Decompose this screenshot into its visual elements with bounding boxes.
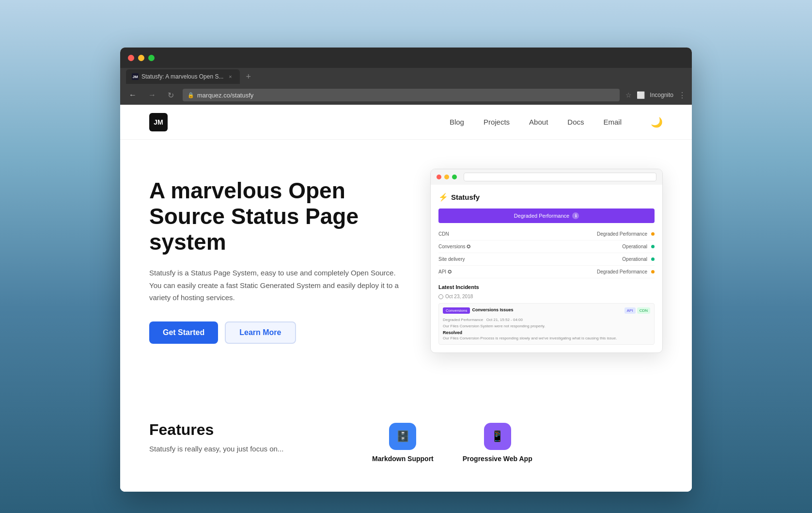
traffic-light-green[interactable] [148,55,155,61]
pwa-icon-symbol: 📱 [491,430,504,443]
nav-link-blog[interactable]: Blog [450,118,464,126]
mock-timestamp: Oct 21, 15:52 - 04:00 [486,318,523,322]
address-text: marquez.co/statusfy [197,92,253,99]
navbar: JM Blog Projects About Docs Email 🌙 [120,105,692,140]
incognito-label: Incognito [650,92,673,98]
nav-link-about[interactable]: About [529,118,548,126]
reload-button[interactable]: ↻ [165,89,177,102]
markdown-label: Markdown Support [372,455,434,463]
markdown-icon: 🗄️ [389,423,416,450]
hero-buttons: Get Started Learn More [149,321,401,344]
browser-menu-button[interactable]: ⋮ [678,91,686,100]
nav-link-docs[interactable]: Docs [567,118,584,126]
mock-tag-cdn: CDN [637,307,650,314]
back-button[interactable]: ← [126,89,140,101]
traffic-light-red[interactable] [128,55,134,61]
lock-icon: 🔒 [187,92,194,98]
hero-description: Statusfy is a Status Page System, easy t… [149,267,401,304]
get-started-button[interactable]: Get Started [149,321,218,344]
mock-row-status: Degraded Performance [597,231,655,237]
mock-row-site-delivery: Site delivery Operational [438,253,655,266]
tab-title: Statusfy: A marvelous Open S... [141,73,223,80]
mock-row-status-text: Operational [622,256,647,262]
mock-type-tags: API CDN [625,307,650,314]
app-mockup: ⚡ Statusfy Degraded Performance ℹ CDN De… [430,169,663,353]
mock-row-label: API ✪ [438,269,452,274]
browser-tab[interactable]: JM Statusfy: A marvelous Open S... × [126,69,240,84]
nav-link-projects[interactable]: Projects [484,118,510,126]
mock-row-label: Conversions ✪ [438,244,470,249]
features-description: Statusfy is really easy, you just focus … [149,445,333,453]
mock-dot-operational [651,245,655,248]
nav-link-email[interactable]: Email [603,118,622,126]
address-bar[interactable]: 🔒 marquez.co/statusfy [183,89,620,101]
dark-mode-button[interactable]: 🌙 [651,116,663,128]
mock-info-icon: ℹ [572,212,579,219]
mock-incident-card: Conversions Conversions Issues API CDN [438,303,655,345]
mock-row-status: Degraded Performance [597,269,655,274]
mock-incident-title: Conversions Issues [472,307,513,314]
mock-incident-date: Oct 23, 2018 [438,294,655,299]
mock-circle-icon [438,294,443,299]
mock-row-status: Operational [622,256,655,262]
markdown-icon-symbol: 🗄️ [396,430,409,443]
traffic-light-yellow[interactable] [138,55,144,61]
mock-row-label: CDN [438,231,449,237]
pwa-label: Progressive Web App [463,455,532,463]
learn-more-button[interactable]: Learn More [225,321,296,344]
mock-incident-header: Conversions Conversions Issues API CDN [443,307,650,316]
mock-bolt-icon: ⚡ [438,192,448,202]
browser-tab-bar: JM Statusfy: A marvelous Open S... × + [120,68,692,85]
feature-item-markdown: 🗄️ Markdown Support [372,423,434,463]
page-content: JM Blog Projects About Docs Email 🌙 A ma… [120,105,692,492]
mock-row-status-text: Operational [622,244,647,249]
mock-logo-row: ⚡ Statusfy [438,192,655,202]
mockup-titlebar [431,169,662,185]
bookmark-icon[interactable]: ☆ [625,91,632,99]
mock-row-label: Site delivery [438,256,465,262]
features-items: 🗄️ Markdown Support 📱 Progressive Web Ap… [372,421,532,463]
mock-status-text: Degraded Performance [514,213,569,219]
features-section: Features Statusfy is really easy, you ju… [120,392,692,492]
mock-row-cdn: CDN Degraded Performance [438,228,655,240]
mock-dot-operational-2 [651,257,655,261]
mock-brand-name: Statusfy [451,193,480,201]
mock-row-conversions: Conversions ✪ Operational [438,240,655,253]
new-tab-button[interactable]: + [244,70,253,84]
pwa-icon: 📱 [484,423,511,450]
mock-incident-desc: Our Files Conversion System were not res… [443,324,650,328]
tab-close-button[interactable]: × [226,73,234,80]
mockup-body: ⚡ Statusfy Degraded Performance ℹ CDN De… [431,185,662,353]
mock-incidents-title: Latest Incidents [438,284,655,290]
mock-dot-degraded-2 [651,270,655,273]
browser-actions: ☆ ⬜ Incognito ⋮ [625,91,686,100]
mock-traffic-red [437,175,441,179]
forward-button[interactable]: → [145,89,159,101]
mock-tag-conversions: Conversions [443,307,470,314]
features-text: Features Statusfy is really easy, you ju… [149,421,333,453]
mock-date-text: Oct 23, 2018 [445,294,473,299]
hero-content: A marvelous Open Source Status Page syst… [149,178,401,343]
mock-resolved-label: Resolved [443,330,650,335]
browser-titlebar [120,48,692,68]
features-title: Features [149,421,333,439]
mock-traffic-green [452,175,457,179]
feature-item-pwa: 📱 Progressive Web App [463,423,532,463]
browser-addressbar: ← → ↻ 🔒 marquez.co/statusfy ☆ ⬜ Incognit… [120,85,692,105]
mock-dot-degraded [651,232,655,236]
mock-row-status-text: Degraded Performance [597,231,647,237]
mock-incidents: Latest Incidents Oct 23, 2018 Conversion… [438,284,655,345]
mock-row-api: API ✪ Degraded Performance [438,266,655,278]
mock-url-bar [464,173,656,181]
tab-favicon: JM [132,73,139,80]
mock-degraded-label: Degraded Performance [443,318,483,322]
sidebar-icon[interactable]: ⬜ [637,91,645,99]
hero-title: A marvelous Open Source Status Page syst… [149,178,401,255]
mock-tag-api: API [625,307,636,314]
nav-links: Blog Projects About Docs Email [450,118,622,126]
site-logo[interactable]: JM [149,113,168,131]
mock-resolved-desc: Our Files Conversion Process is respondi… [443,336,650,340]
hero-image: ⚡ Statusfy Degraded Performance ℹ CDN De… [430,169,663,353]
mock-row-status: Operational [622,244,655,249]
mock-status-banner: Degraded Performance ℹ [438,208,655,223]
